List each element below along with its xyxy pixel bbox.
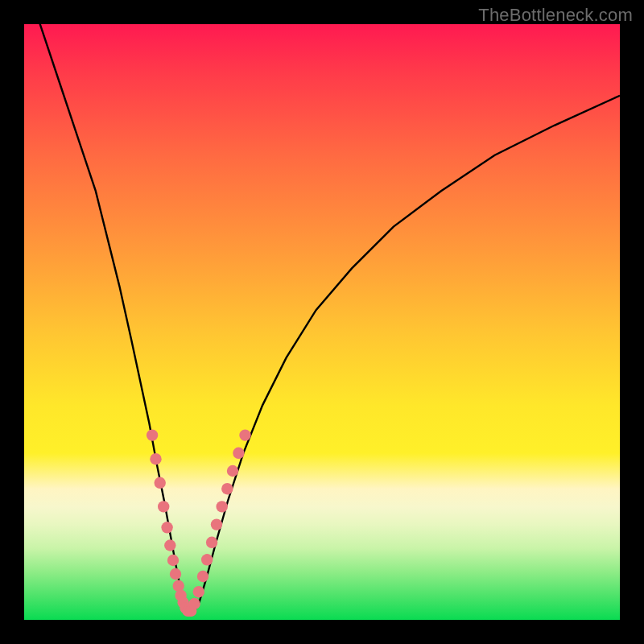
chart-frame: TheBottleneck.com <box>0 0 644 644</box>
highlighted-point <box>147 429 158 440</box>
highlighted-point <box>206 537 217 548</box>
highlighted-point <box>221 483 233 494</box>
highlighted-point <box>155 477 166 489</box>
highlighted-point <box>150 453 161 464</box>
highlighted-point <box>188 598 200 609</box>
highlighted-point <box>197 571 208 582</box>
bottleneck-curve <box>24 24 620 613</box>
highlighted-point <box>158 501 169 512</box>
watermark-text: TheBottleneck.com <box>478 5 633 26</box>
highlighted-point <box>227 465 238 477</box>
highlighted-point <box>239 429 250 440</box>
highlighted-point <box>164 539 175 551</box>
highlighted-point <box>233 448 244 459</box>
highlighted-point <box>201 554 213 565</box>
highlighted-point <box>217 501 228 512</box>
highlighted-point <box>161 522 172 533</box>
highlighted-point <box>193 586 204 597</box>
highlighted-points-group <box>147 429 251 617</box>
highlighted-point <box>167 555 179 566</box>
chart-svg <box>24 24 620 620</box>
highlighted-point <box>170 568 181 580</box>
highlighted-point <box>211 518 222 530</box>
chart-plot-area <box>24 24 620 620</box>
